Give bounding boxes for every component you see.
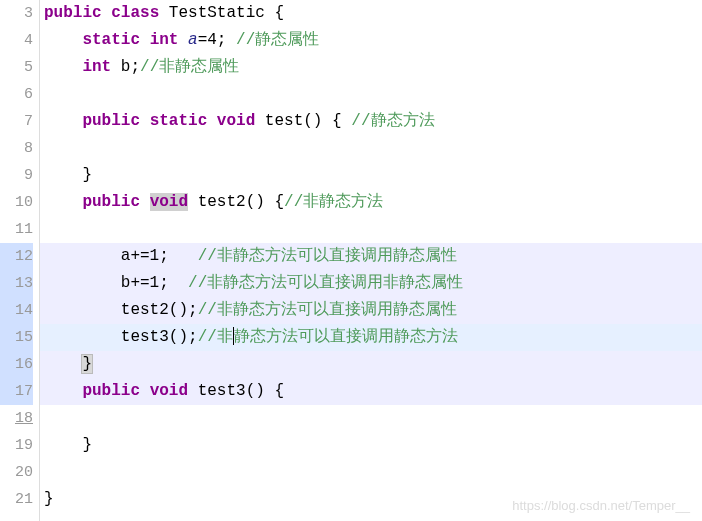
code-line: } bbox=[40, 351, 702, 378]
code-line: a+=1; //非静态方法可以直接调用静态属性 bbox=[40, 243, 702, 270]
code-line-current: test3();//非静态方法可以直接调用静态方法 bbox=[40, 324, 702, 351]
field-b: b bbox=[121, 58, 131, 76]
line-number: 13 bbox=[0, 270, 33, 297]
assign: =4; bbox=[198, 31, 227, 49]
line-number: 15 bbox=[0, 324, 33, 351]
keyword-void-selected: void bbox=[150, 193, 188, 211]
keyword-class: class bbox=[111, 4, 159, 22]
brace-open: { bbox=[274, 4, 284, 22]
line-number: 19 bbox=[0, 432, 33, 459]
text-cursor-icon bbox=[233, 327, 234, 345]
code-line bbox=[40, 459, 702, 486]
brace-open: { bbox=[274, 193, 284, 211]
code-line: test2();//非静态方法可以直接调用静态属性 bbox=[40, 297, 702, 324]
code-line: public class TestStatic { bbox=[40, 0, 702, 27]
comment: //静态属性 bbox=[226, 31, 319, 49]
keyword-void: void bbox=[217, 112, 255, 130]
stmt: test2(); bbox=[121, 301, 198, 319]
code-line bbox=[40, 81, 702, 108]
keyword-static: static bbox=[150, 112, 208, 130]
line-number: 17 bbox=[0, 378, 33, 405]
comment: //非静态方法可以直接调用静态属性 bbox=[198, 247, 457, 265]
parens: () bbox=[246, 193, 265, 211]
line-number: 12 bbox=[0, 243, 33, 270]
comment: //非静态方法可以直接调用非静态属性 bbox=[188, 274, 463, 292]
code-line: } bbox=[40, 162, 702, 189]
code-line bbox=[40, 135, 702, 162]
keyword-int: int bbox=[82, 58, 111, 76]
brace-close: } bbox=[82, 436, 92, 454]
line-number: 6 bbox=[0, 81, 33, 108]
brace-close-matched: } bbox=[82, 355, 92, 373]
code-line: public void test3() { bbox=[40, 378, 702, 405]
comment: //非静态方法 bbox=[284, 193, 383, 211]
comment: 静态方法可以直接调用静态方法 bbox=[234, 328, 458, 346]
keyword-public: public bbox=[44, 4, 102, 22]
keyword-public: public bbox=[82, 382, 140, 400]
code-line: b+=1; //非静态方法可以直接调用非静态属性 bbox=[40, 270, 702, 297]
keyword-void: void bbox=[150, 382, 188, 400]
line-number: 18 bbox=[0, 405, 33, 432]
code-line bbox=[40, 216, 702, 243]
line-number: 3 bbox=[0, 0, 33, 27]
code-line: public static void test() { //静态方法 bbox=[40, 108, 702, 135]
stmt: b+=1; bbox=[121, 274, 169, 292]
code-editor: 3 4 5 6 7 8 9 10 11 12 13 14 15 16 17 18… bbox=[0, 0, 702, 521]
line-number: 11 bbox=[0, 216, 33, 243]
field-a: a bbox=[188, 31, 198, 49]
code-line: } bbox=[40, 486, 702, 513]
keyword-public: public bbox=[82, 112, 140, 130]
code-line: } bbox=[40, 432, 702, 459]
semicolon: ; bbox=[130, 58, 140, 76]
parens: () bbox=[246, 382, 265, 400]
line-number: 9 bbox=[0, 162, 33, 189]
line-number: 5 bbox=[0, 54, 33, 81]
brace-close: } bbox=[44, 490, 54, 508]
line-number: 20 bbox=[0, 459, 33, 486]
line-number: 4 bbox=[0, 27, 33, 54]
class-name: TestStatic bbox=[169, 4, 265, 22]
line-number: 21 bbox=[0, 486, 33, 513]
brace-open: { bbox=[332, 112, 342, 130]
comment: //非静态方法可以直接调用静态属性 bbox=[198, 301, 457, 319]
code-line bbox=[40, 405, 702, 432]
code-line: int b;//非静态属性 bbox=[40, 54, 702, 81]
line-number-gutter: 3 4 5 6 7 8 9 10 11 12 13 14 15 16 17 18… bbox=[0, 0, 40, 521]
keyword-static: static bbox=[82, 31, 140, 49]
stmt: test3(); bbox=[121, 328, 198, 346]
method-test3: test3 bbox=[198, 382, 246, 400]
comment: //非 bbox=[198, 328, 233, 346]
code-area[interactable]: public class TestStatic { static int a=4… bbox=[40, 0, 702, 521]
brace-open: { bbox=[274, 382, 284, 400]
line-number: 14 bbox=[0, 297, 33, 324]
line-number: 10 bbox=[0, 189, 33, 216]
comment: //非静态属性 bbox=[140, 58, 239, 76]
brace-close: } bbox=[82, 166, 92, 184]
keyword-int: int bbox=[150, 31, 179, 49]
method-test2: test2 bbox=[198, 193, 246, 211]
stmt: a+=1; bbox=[121, 247, 169, 265]
parens: () bbox=[303, 112, 322, 130]
code-line: static int a=4; //静态属性 bbox=[40, 27, 702, 54]
code-line: public void test2() {//非静态方法 bbox=[40, 189, 702, 216]
line-number: 7 bbox=[0, 108, 33, 135]
method-test: test bbox=[265, 112, 303, 130]
line-number: 16 bbox=[0, 351, 33, 378]
comment: //静态方法 bbox=[351, 112, 434, 130]
keyword-public: public bbox=[82, 193, 140, 211]
line-number: 8 bbox=[0, 135, 33, 162]
